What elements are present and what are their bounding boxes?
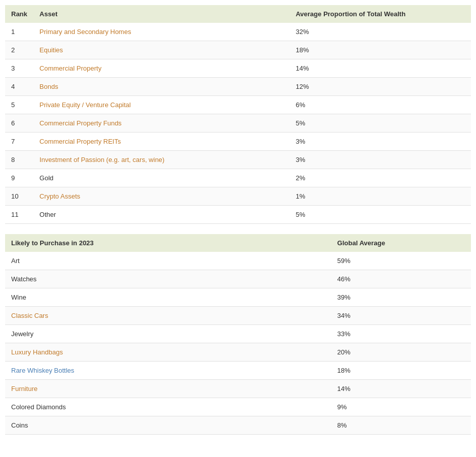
asset-cell: Bonds — [33, 78, 290, 96]
asset-cell: Commercial Property — [33, 59, 290, 78]
section-gap — [5, 224, 471, 234]
table-row: Watches46% — [5, 270, 471, 288]
col-asset: Asset — [33, 5, 290, 23]
table-row: 7Commercial Property REITs3% — [5, 133, 471, 151]
asset-cell: Commercial Property Funds — [33, 114, 290, 133]
value-cell: 39% — [331, 288, 471, 307]
rank-cell: 3 — [5, 59, 33, 78]
asset-link-orange: Equities — [40, 46, 63, 54]
asset-cell: Crypto Assets — [33, 187, 290, 206]
table-row: Jewelry33% — [5, 325, 471, 343]
value-cell: 5% — [290, 114, 471, 133]
rank-cell: 4 — [5, 78, 33, 96]
value-cell: 18% — [290, 41, 471, 59]
asset-cell: Rare Whiskey Bottles — [5, 362, 331, 380]
col-global-average: Global Average — [331, 234, 471, 252]
rank-cell: 9 — [5, 169, 33, 187]
asset-link-orange: Bonds — [40, 83, 58, 90]
value-cell: 20% — [331, 343, 471, 362]
asset-link-orange: Crypto Assets — [40, 192, 80, 200]
asset-link-orange: Private Equity / Venture Capital — [40, 101, 131, 109]
passion-table: Likely to Purchase in 2023 Global Averag… — [5, 234, 471, 435]
asset-cell: Jewelry — [5, 325, 331, 343]
col-likely-purchase: Likely to Purchase in 2023 — [5, 234, 331, 252]
table-row: 10Crypto Assets1% — [5, 187, 471, 206]
value-cell: 6% — [290, 96, 471, 114]
asset-cell: Art — [5, 252, 331, 270]
asset-link-orange: Furniture — [11, 385, 38, 393]
asset-link-orange: Classic Cars — [11, 312, 48, 319]
table-row: Coins8% — [5, 416, 471, 435]
value-cell: 14% — [290, 59, 471, 78]
asset-link-orange: Luxury Handbags — [11, 348, 63, 356]
value-cell: 3% — [290, 133, 471, 151]
asset-cell: Watches — [5, 270, 331, 288]
asset-cell: Wine — [5, 288, 331, 307]
asset-link-orange: Commercial Property Funds — [40, 119, 122, 127]
rank-cell: 7 — [5, 133, 33, 151]
asset-cell: Private Equity / Venture Capital — [33, 96, 290, 114]
rank-cell: 6 — [5, 114, 33, 133]
asset-cell: Gold — [33, 169, 290, 187]
table-row: Wine39% — [5, 288, 471, 307]
asset-cell: Commercial Property REITs — [33, 133, 290, 151]
table-row: 9Gold2% — [5, 169, 471, 187]
rank-cell: 1 — [5, 23, 33, 41]
table-row: Furniture14% — [5, 380, 471, 398]
table-row: Colored Diamonds9% — [5, 398, 471, 416]
value-cell: 46% — [331, 270, 471, 288]
value-cell: 12% — [290, 78, 471, 96]
rank-cell: 2 — [5, 41, 33, 59]
rank-cell: 10 — [5, 187, 33, 206]
asset-link-orange: Investment of Passion (e.g. art, cars, w… — [40, 156, 164, 164]
asset-cell: Equities — [33, 41, 290, 59]
value-cell: 8% — [331, 416, 471, 435]
asset-link-orange: Primary and Secondary Homes — [40, 28, 131, 36]
value-cell: 2% — [290, 169, 471, 187]
table-row: 4Bonds12% — [5, 78, 471, 96]
table-row: 11Other5% — [5, 206, 471, 224]
table-row: 8Investment of Passion (e.g. art, cars, … — [5, 151, 471, 169]
table-row: Luxury Handbags20% — [5, 343, 471, 362]
asset-cell: Other — [33, 206, 290, 224]
table-row: 3Commercial Property14% — [5, 59, 471, 78]
value-cell: 59% — [331, 252, 471, 270]
asset-cell: Coins — [5, 416, 331, 435]
table-row: Art59% — [5, 252, 471, 270]
value-cell: 5% — [290, 206, 471, 224]
asset-link-blue: Rare Whiskey Bottles — [11, 367, 74, 374]
value-cell: 1% — [290, 187, 471, 206]
rank-cell: 8 — [5, 151, 33, 169]
value-cell: 3% — [290, 151, 471, 169]
asset-cell: Furniture — [5, 380, 331, 398]
value-cell: 18% — [331, 362, 471, 380]
asset-link-orange: Commercial Property — [40, 64, 101, 72]
table-row: Classic Cars34% — [5, 307, 471, 325]
value-cell: 34% — [331, 307, 471, 325]
asset-cell: Primary and Secondary Homes — [33, 23, 290, 41]
value-cell: 9% — [331, 398, 471, 416]
wealth-table: Rank Asset Average Proportion of Total W… — [5, 5, 471, 224]
rank-cell: 11 — [5, 206, 33, 224]
table-row: 1Primary and Secondary Homes32% — [5, 23, 471, 41]
asset-cell: Classic Cars — [5, 307, 331, 325]
value-cell: 32% — [290, 23, 471, 41]
asset-cell: Colored Diamonds — [5, 398, 331, 416]
value-cell: 14% — [331, 380, 471, 398]
table-row: 2Equities18% — [5, 41, 471, 59]
table-row: 6Commercial Property Funds5% — [5, 114, 471, 133]
table-row: Rare Whiskey Bottles18% — [5, 362, 471, 380]
table-row: 5Private Equity / Venture Capital6% — [5, 96, 471, 114]
rank-cell: 5 — [5, 96, 33, 114]
asset-link-orange: Commercial Property REITs — [40, 138, 121, 145]
col-rank: Rank — [5, 5, 33, 23]
asset-cell: Luxury Handbags — [5, 343, 331, 362]
asset-cell: Investment of Passion (e.g. art, cars, w… — [33, 151, 290, 169]
value-cell: 33% — [331, 325, 471, 343]
col-proportion: Average Proportion of Total Wealth — [290, 5, 471, 23]
